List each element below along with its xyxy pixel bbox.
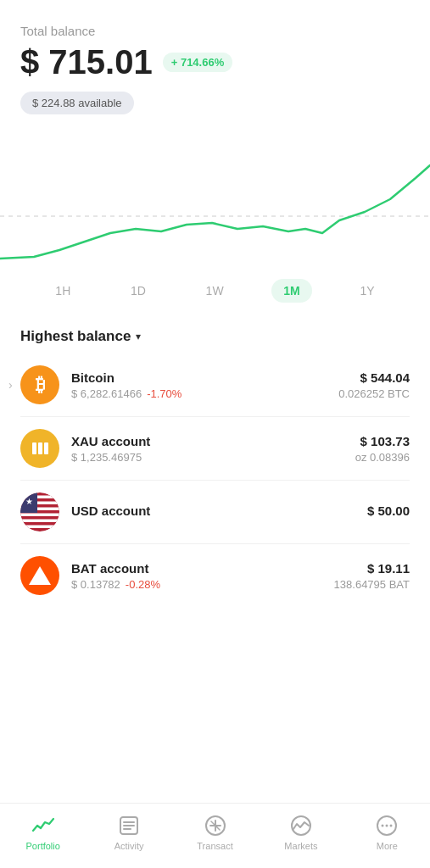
more-icon [375,814,399,837]
svg-rect-8 [20,520,59,523]
bat-coin-value: 138.64795 BAT [334,578,410,591]
activity-label: Activity [114,841,144,851]
balance-amount: $ 715.01 [20,43,153,81]
asset-item-usd[interactable]: ★ USD account $ 50.00 [20,481,410,544]
activity-icon [117,814,141,837]
time-filter-1w[interactable]: 1W [194,279,236,303]
bat-name: BAT account [71,561,334,576]
nav-item-transact[interactable]: Transact [172,814,258,851]
btc-price: $ 6,282.61466 [71,387,142,400]
balance-chart [0,131,430,267]
btc-change: -1.70% [147,387,181,400]
transact-icon [204,814,227,837]
btc-price-row: $ 6,282.61466 -1.70% [71,387,338,400]
markets-icon [289,814,313,837]
time-filter-1h[interactable]: 1H [43,279,82,303]
svg-point-22 [382,825,384,827]
total-balance-label: Total balance [20,24,410,38]
btc-coin-value: 0.026252 BTC [338,387,410,400]
nav-item-markets[interactable]: Markets [258,814,343,851]
svg-point-23 [386,825,388,827]
chevron-down-icon: ▾ [136,331,141,342]
bottom-nav: Portfolio Activity [0,803,430,868]
arrow-indicator: › [8,378,13,392]
usd-usd-value: $ 50.00 [367,504,410,518]
nav-item-activity[interactable]: Activity [86,814,171,851]
balance-row: $ 715.01 + 714.66% [20,43,410,81]
usd-info: USD account [71,504,367,520]
usd-value: $ 50.00 [367,504,410,520]
time-filters: 1H 1D 1W 1M 1Y [0,267,430,314]
more-label: More [377,841,398,851]
btc-icon: ₿ [20,365,59,404]
xau-name: XAU account [71,434,355,448]
nav-item-portfolio[interactable]: Portfolio [0,814,86,851]
asset-item-bat[interactable]: BAT account $ 0.13782 -0.28% $ 19.11 138… [20,544,410,607]
bat-change: -0.28% [126,578,160,591]
section-title-text: Highest balance [20,328,131,345]
xau-price: $ 1,235.46975 [71,451,142,464]
time-filter-1d[interactable]: 1D [119,279,158,303]
markets-label: Markets [284,841,317,851]
xau-info: XAU account $ 1,235.46975 [71,434,355,464]
time-filter-1m[interactable]: 1M [271,279,311,303]
available-badge: $ 224.88 available [20,92,134,114]
svg-rect-7 [20,514,59,517]
bat-value: $ 19.11 138.64795 BAT [334,561,410,591]
xau-price-row: $ 1,235.46975 [71,451,355,464]
bat-usd-value: $ 19.11 [334,561,410,576]
asset-list: › ₿ Bitcoin $ 6,282.61466 -1.70% $ 544.0… [0,353,430,803]
svg-rect-4 [20,496,59,499]
xau-coin-value: oz 0.08396 [355,451,410,464]
usd-flag-icon: ★ [20,492,59,531]
time-filter-1y[interactable]: 1Y [349,279,387,303]
bat-price: $ 0.13782 [71,578,120,591]
chart-svg [0,131,430,267]
btc-name: Bitcoin [71,370,338,385]
bat-price-row: $ 0.13782 -0.28% [71,578,334,591]
portfolio-icon [31,814,55,837]
xau-icon [20,429,59,468]
section-title-row[interactable]: Highest balance ▾ [0,314,430,353]
svg-rect-9 [20,526,59,529]
header: Total balance $ 715.01 + 714.66% $ 224.8… [0,0,430,123]
nav-item-more[interactable]: More [344,814,430,851]
transact-label: Transact [197,841,232,851]
btc-usd-value: $ 544.04 [338,370,410,385]
svg-text:★: ★ [25,497,33,506]
btc-value: $ 544.04 0.026252 BTC [338,370,410,400]
xau-usd-value: $ 103.73 [355,434,410,448]
xau-value: $ 103.73 oz 0.08396 [355,434,410,464]
main-screen: Total balance $ 715.01 + 714.66% $ 224.8… [0,0,430,868]
usd-name: USD account [71,504,367,518]
bat-info: BAT account $ 0.13782 -0.28% [71,561,334,591]
asset-item-btc[interactable]: › ₿ Bitcoin $ 6,282.61466 -1.70% $ 544.0… [20,353,410,417]
btc-info: Bitcoin $ 6,282.61466 -1.70% [71,370,338,400]
portfolio-label: Portfolio [26,841,60,851]
svg-point-24 [390,825,393,827]
balance-change-badge: + 714.66% [163,53,233,72]
asset-item-xau[interactable]: XAU account $ 1,235.46975 $ 103.73 oz 0.… [20,417,410,481]
bat-icon [20,556,59,595]
